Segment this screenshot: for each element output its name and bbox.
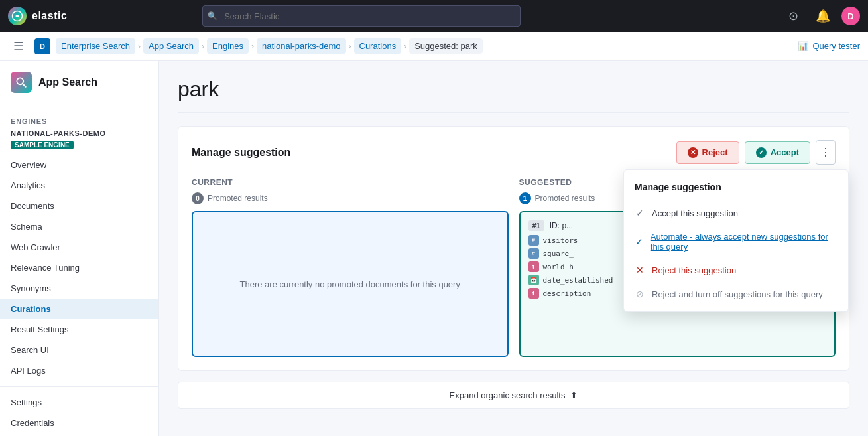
sidebar-item-analytics[interactable]: Analytics xyxy=(0,175,158,196)
query-tester-label: Query tester xyxy=(812,41,860,51)
field-type-txt-desc: t xyxy=(528,288,539,299)
sidebar-item-schema[interactable]: Schema xyxy=(0,216,158,237)
reject-suggestion-label: Reject this suggestion xyxy=(652,265,736,275)
sample-engine-badge: SAMPLE ENGINE xyxy=(11,141,74,149)
nav-icons: ⊙ 🔔 D xyxy=(783,5,860,27)
breadcrumb-enterprise-search[interactable]: Enterprise Search xyxy=(56,38,135,54)
title-divider xyxy=(178,112,849,113)
suggested-promoted-label: Promoted results xyxy=(535,194,595,203)
sidebar-item-users-roles[interactable]: Users and roles xyxy=(0,433,158,436)
field-type-num-visitors: # xyxy=(528,235,539,246)
reject-icon: ✕ xyxy=(688,147,698,158)
dropdown-item-reject[interactable]: ✕ Reject this suggestion xyxy=(624,258,848,282)
breadcrumb-app-search[interactable]: App Search xyxy=(143,38,199,54)
reject-x-icon: ✕ xyxy=(635,265,645,275)
manage-suggestion-dropdown: Manage suggestion ✓ Accept this suggesti… xyxy=(623,169,849,312)
expand-organic-label: Expand organic search results xyxy=(450,390,566,400)
current-promoted-badge: 0 Promoted results xyxy=(192,192,509,204)
webcrawler-label: Web Crawler xyxy=(11,242,60,252)
dropdown-item-accept[interactable]: ✓ Accept this suggestion xyxy=(624,201,848,225)
user-avatar[interactable]: D xyxy=(841,7,860,25)
result-id: ID: p... xyxy=(550,221,573,230)
sidebar-app-name: App Search xyxy=(38,76,97,88)
dropdown-item-automate[interactable]: ✓ Automate - always accept new suggestio… xyxy=(624,225,848,258)
sidebar: App Search Engines NATIONAL-PARKS-DEMO S… xyxy=(0,61,159,436)
query-tester-icon: 📊 xyxy=(798,41,808,51)
documents-label: Documents xyxy=(11,201,54,211)
relevance-label: Relevance Tuning xyxy=(11,263,80,273)
manage-suggestion-card: Manage suggestion ✕ Reject ✓ Accept ⋮ Cu… xyxy=(178,126,849,371)
field-type-cal-date: 📅 xyxy=(528,275,539,285)
d-badge: D xyxy=(34,38,50,54)
hamburger-button[interactable]: ☰ xyxy=(8,36,29,57)
sidebar-item-overview[interactable]: Overview xyxy=(0,155,158,175)
sidebar-item-search-ui[interactable]: Search UI xyxy=(0,340,158,360)
empty-promoted-box: There are currently no promoted document… xyxy=(192,211,509,357)
current-promoted-count: 0 xyxy=(192,192,204,204)
sidebar-item-credentials[interactable]: Credentials xyxy=(0,413,158,433)
overview-label: Overview xyxy=(11,160,46,170)
page-title: park xyxy=(178,77,849,102)
search-ui-label: Search UI xyxy=(11,345,49,355)
field-name-description: description xyxy=(543,289,623,298)
manage-suggestion-title: Manage suggestion xyxy=(192,147,676,159)
breadcrumb-bar: ☰ D Enterprise Search › App Search › Eng… xyxy=(0,32,868,61)
sidebar-item-relevance[interactable]: Relevance Tuning xyxy=(0,257,158,278)
reject-off-icon: ⊘ xyxy=(635,289,645,299)
suggested-promoted-count: 1 xyxy=(519,192,531,204)
curations-label: Curations xyxy=(11,304,51,314)
empty-message: There are currently no promoted document… xyxy=(240,279,460,289)
accept-label: Accept xyxy=(771,147,799,157)
current-col-header: Current xyxy=(192,178,509,187)
manage-suggestion-header: Manage suggestion ✕ Reject ✓ Accept ⋮ xyxy=(192,140,836,165)
query-tester-button[interactable]: 📊 Query tester xyxy=(798,41,860,51)
accept-icon: ✓ xyxy=(756,147,767,158)
synonyms-label: Synonyms xyxy=(11,283,51,293)
breadcrumb-curations[interactable]: Curations xyxy=(354,38,402,54)
main-content: park Manage suggestion ✕ Reject ✓ Accept… xyxy=(159,61,868,436)
reject-label: Reject xyxy=(702,147,728,157)
elastic-wordmark: elastic xyxy=(32,10,67,22)
expand-icon: ⬆ xyxy=(570,390,578,400)
field-name-visitors: visitors xyxy=(543,236,623,245)
expand-organic-button[interactable]: Expand organic search results ⬆ xyxy=(178,382,849,409)
field-name-square: square_ xyxy=(543,250,623,258)
elastic-logo[interactable]: elastic xyxy=(8,7,67,25)
help-icon[interactable]: ⊙ xyxy=(783,5,804,27)
current-promoted-label: Promoted results xyxy=(208,194,268,203)
breadcrumb-sep-5: › xyxy=(404,42,406,51)
sidebar-item-curations[interactable]: Curations xyxy=(0,299,158,319)
sidebar-item-synonyms[interactable]: Synonyms xyxy=(0,278,158,299)
automate-check-icon: ✓ xyxy=(635,236,644,247)
reject-button[interactable]: ✕ Reject xyxy=(676,141,739,164)
breadcrumb-sep-1: › xyxy=(138,42,141,51)
engines-section-label: Engines xyxy=(0,112,158,128)
reject-turnoff-label: Reject and turn off suggestions for this… xyxy=(652,289,823,299)
result-number: #1 xyxy=(528,220,544,231)
nav-search-container xyxy=(202,5,521,27)
sidebar-item-settings[interactable]: Settings xyxy=(0,392,158,413)
field-type-txt-worldh: t xyxy=(528,261,539,272)
breadcrumb-sep-2: › xyxy=(202,42,204,51)
sidebar-item-webcrawler[interactable]: Web Crawler xyxy=(0,237,158,257)
breadcrumb-national-parks[interactable]: national-parks-demo xyxy=(257,38,346,54)
accept-button[interactable]: ✓ Accept xyxy=(745,141,810,164)
sidebar-item-documents[interactable]: Documents xyxy=(0,196,158,216)
notifications-icon[interactable]: 🔔 xyxy=(812,5,834,27)
breadcrumb-sep-3: › xyxy=(251,42,254,51)
search-input[interactable] xyxy=(202,5,521,27)
field-name-worldh: world_h xyxy=(543,263,623,271)
breadcrumb-sep-4: › xyxy=(349,42,351,51)
field-type-num-square: # xyxy=(528,248,539,259)
automate-label: Automate - always accept new suggestions… xyxy=(651,232,837,252)
main-layout: App Search Engines NATIONAL-PARKS-DEMO S… xyxy=(0,61,868,436)
analytics-label: Analytics xyxy=(11,181,45,190)
more-options-button[interactable]: ⋮ xyxy=(816,140,836,165)
settings-label: Settings xyxy=(11,398,42,407)
engine-name: NATIONAL-PARKS-DEMO xyxy=(0,128,158,139)
result-settings-label: Result Settings xyxy=(11,325,68,334)
dropdown-item-reject-turnoff[interactable]: ⊘ Reject and turn off suggestions for th… xyxy=(624,282,848,306)
sidebar-item-result-settings[interactable]: Result Settings xyxy=(0,319,158,340)
sidebar-item-api-logs[interactable]: API Logs xyxy=(0,360,158,381)
breadcrumb-engines[interactable]: Engines xyxy=(207,38,249,54)
